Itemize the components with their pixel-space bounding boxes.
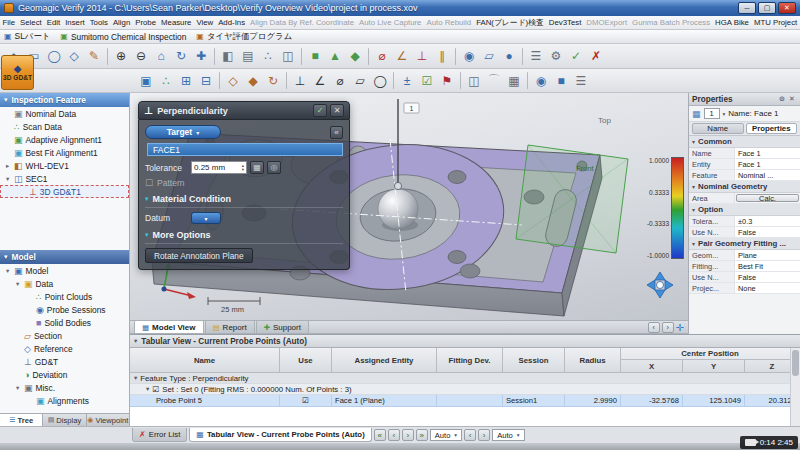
perpendicular-tool[interactable]: ⊥ xyxy=(412,46,432,66)
next-set-button[interactable]: › xyxy=(478,429,490,441)
list-tool[interactable]: ☰ xyxy=(571,71,591,91)
model-tree-item[interactable]: ▾ ▣ Model xyxy=(0,264,129,277)
model-tree-item[interactable]: ■ Solid Bodies xyxy=(0,316,129,329)
tree-expander-icon[interactable]: ▾ xyxy=(16,384,24,392)
model-tree-item[interactable]: ◇ Reference xyxy=(0,342,129,355)
toolbar-icon[interactable] xyxy=(286,72,287,89)
tree-expander-icon[interactable]: ▾ xyxy=(16,280,24,288)
check-tool[interactable]: ☑ xyxy=(417,71,437,91)
toolbar-icon[interactable] xyxy=(527,72,528,89)
tree-item[interactable]: ▣ Best Fit Alignment1 xyxy=(0,146,129,159)
property-row[interactable]: Projec... None xyxy=(689,283,800,294)
column-header-fitting-dev[interactable]: Fitting Dev. xyxy=(437,348,503,372)
menu-item[interactable]: Probe xyxy=(133,18,159,27)
tab-scroll-left-button[interactable]: ‹ xyxy=(648,322,660,333)
menu-item[interactable]: DMOExport xyxy=(584,18,630,27)
measure-diameter-tool[interactable]: ⌀ xyxy=(372,46,392,66)
title-bar[interactable]: Geomagic Verify 2014 - C:\Users\Sean Par… xyxy=(0,0,800,16)
section-header-pair-geometry-fitting[interactable]: ▾ Pair Geometry Fitting ... xyxy=(689,238,800,250)
section-header-nominal-geometry[interactable]: ▾ Nominal Geometry xyxy=(689,181,800,193)
menu-item[interactable]: Align Data By Ref. Coordinate xyxy=(248,18,357,27)
close-button[interactable]: ✕ xyxy=(778,2,796,14)
probe-sphere-tool[interactable]: ● xyxy=(499,46,519,66)
collapse-icon[interactable]: ▾ xyxy=(4,96,8,104)
gdt-perpendicularity-tool[interactable]: ⊥ xyxy=(290,71,310,91)
view-tab[interactable]: ▤ Report xyxy=(205,320,255,333)
toolbar-icon[interactable] xyxy=(219,72,220,89)
tab-properties[interactable]: Properties xyxy=(746,123,798,134)
collapse-icon[interactable]: ▾ xyxy=(4,253,8,261)
macro-button[interactable]: ▣ SLパート xyxy=(4,31,50,42)
last-record-button[interactable]: » xyxy=(416,429,428,441)
menu-item[interactable]: MTU Project xyxy=(751,18,799,27)
tab-scroll-right-button[interactable]: › xyxy=(662,322,674,333)
collapse-icon[interactable]: ▾ xyxy=(146,385,149,393)
tree-item[interactable]: ▸ ◧ WHL-DEV1 xyxy=(0,159,129,172)
3d-gdt-mode-button[interactable]: ◆ 3D GD&T xyxy=(1,55,34,90)
inspection-feature-header[interactable]: ▾ Inspection Feature xyxy=(0,93,129,107)
material-condition-section-header[interactable]: ▾ Material Condition xyxy=(145,192,343,208)
auto-mode-select-2[interactable]: Auto ▾ xyxy=(492,429,524,441)
column-header-x[interactable]: X xyxy=(621,360,683,372)
model-tree-item[interactable]: ▣ Alignments xyxy=(0,394,129,407)
freehand-select-tool[interactable]: ✎ xyxy=(84,46,104,66)
tabular-view-tab[interactable]: ▦ Tabular View - Current Probe Points (A… xyxy=(189,428,371,442)
scrollbar-thumb[interactable] xyxy=(792,350,799,376)
toolbar-icon[interactable] xyxy=(393,72,394,89)
circle-select-tool[interactable]: ◯ xyxy=(44,46,64,66)
property-row[interactable]: Use N... False xyxy=(689,227,800,238)
minimize-button[interactable]: ─ xyxy=(738,2,756,14)
toolbar-icon[interactable] xyxy=(460,72,461,89)
property-row[interactable]: Geom... Plane xyxy=(689,250,800,261)
wireframe-mode-tool[interactable]: ▤ xyxy=(238,46,258,66)
toolbar-icon[interactable] xyxy=(368,48,369,65)
menu-item[interactable]: Select xyxy=(18,18,45,27)
iso-view-tool[interactable]: ◆ xyxy=(345,46,365,66)
view-navigation-cross[interactable] xyxy=(647,272,673,298)
model-tree-item[interactable]: ▱ Section xyxy=(0,329,129,342)
collapse-icon[interactable]: ▾ xyxy=(134,337,137,345)
tree-item[interactable]: ▣ Adaptive Alignment1 xyxy=(0,133,129,146)
section-header-common[interactable]: ▾ Common xyxy=(689,136,800,148)
transform-tool[interactable]: ↻ xyxy=(263,71,283,91)
menu-item[interactable]: Insert xyxy=(63,18,88,27)
property-value[interactable]: Calc. xyxy=(736,194,799,202)
curve-tool[interactable]: ⌒ xyxy=(484,71,504,91)
column-header-name[interactable]: Name xyxy=(130,348,280,372)
probe-point-tool[interactable]: ◉ xyxy=(459,46,479,66)
menu-item[interactable]: Dev3Test xyxy=(546,18,584,27)
menu-item[interactable]: Add-Ins xyxy=(216,18,248,27)
menu-item[interactable]: File xyxy=(0,18,18,27)
probe-plane-tool[interactable]: ▱ xyxy=(479,46,499,66)
polygon-select-tool[interactable]: ◇ xyxy=(64,46,84,66)
tree-item[interactable]: ▣ Nominal Data xyxy=(0,107,129,120)
align-tool[interactable]: ◇ xyxy=(223,71,243,91)
tree-expander-icon[interactable]: ▸ xyxy=(6,162,14,170)
previous-record-button[interactable]: ‹ xyxy=(388,429,400,441)
toolbar-icon[interactable] xyxy=(214,48,215,65)
zoom-out-tool[interactable]: ⊖ xyxy=(131,46,151,66)
tolerance-tool[interactable]: ± xyxy=(397,71,417,91)
toolbar-icon[interactable] xyxy=(522,48,523,65)
spinner-down-icon[interactable]: ▾ xyxy=(242,168,244,172)
column-header-center-position[interactable]: Center Position xyxy=(621,348,800,360)
point-mode-tool[interactable]: ∴ xyxy=(258,46,278,66)
model-tree-item[interactable]: ◑ Deviation xyxy=(0,368,129,381)
best-fit-tool[interactable]: ◆ xyxy=(243,71,263,91)
tree-expander-icon[interactable]: ▾ xyxy=(6,175,14,183)
toolbar-icon[interactable] xyxy=(455,48,456,65)
property-row[interactable]: Area Calc. xyxy=(689,193,800,204)
column-header-use[interactable]: Use xyxy=(280,348,332,372)
left-panel-tab[interactable]: ◉ Viewpoint xyxy=(87,414,130,426)
tree-item[interactable]: ▾ ◫ SEC1 xyxy=(0,172,129,185)
maximize-button[interactable]: ▢ xyxy=(758,2,776,14)
close-icon[interactable]: ✕ xyxy=(787,95,797,103)
table-row[interactable]: Probe Point 5 ☑ Face 1 (Plane) Session1 … xyxy=(130,395,800,407)
cancel-tool[interactable]: ✗ xyxy=(586,46,606,66)
left-panel-tab[interactable]: ▤ Display xyxy=(43,414,86,426)
table-scrollbar[interactable] xyxy=(790,348,800,426)
scan-data-tool[interactable]: ∴ xyxy=(156,71,176,91)
parallel-tool[interactable]: ∥ xyxy=(432,46,452,66)
feature-type-group-row[interactable]: ▾ Feature Type : Perpendicularity xyxy=(130,373,800,384)
nominal-data-tool[interactable]: ▣ xyxy=(136,71,156,91)
